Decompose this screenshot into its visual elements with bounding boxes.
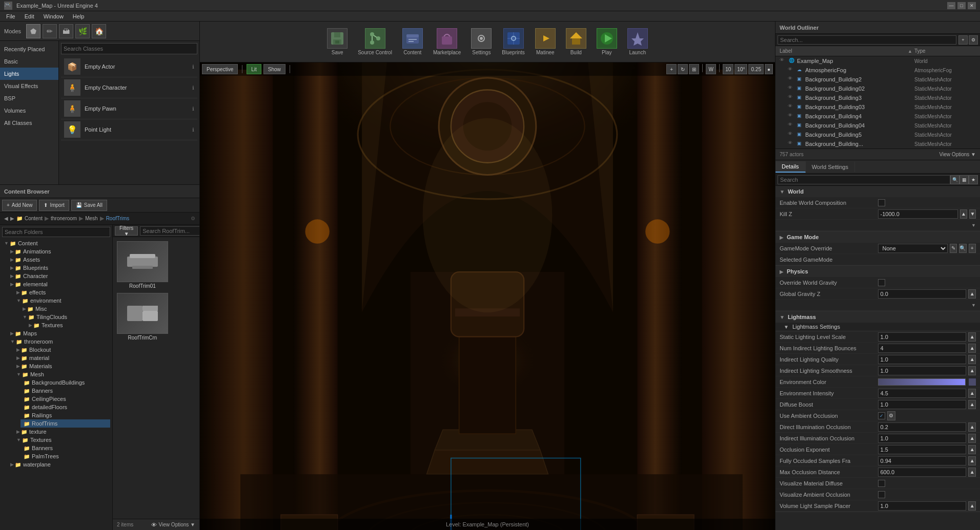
input-static-lighting-scale[interactable]: [878, 332, 967, 342]
vlsp-up-button[interactable]: ▲: [968, 501, 976, 511]
folder-banners[interactable]: 📁 Banners: [21, 387, 110, 395]
snap-icon[interactable]: 10: [723, 64, 733, 74]
ao-expand-button[interactable]: ⚙: [887, 411, 895, 420]
tab-details[interactable]: Details: [775, 161, 806, 173]
folder-content[interactable]: ▼ 📁 Content: [2, 239, 110, 247]
nib-up-button[interactable]: ▲: [968, 344, 976, 353]
category-all-classes[interactable]: All Classes: [0, 117, 58, 129]
folder-materials[interactable]: ▶ 📁 Materials: [14, 362, 110, 370]
content-tool-button[interactable]: Content: [398, 26, 427, 57]
angle-snap-icon[interactable]: 10°: [734, 64, 747, 74]
section-world-header[interactable]: ▼ World: [775, 186, 980, 197]
marketplace-tool-button[interactable]: Marketplace: [429, 26, 465, 57]
view-options-wo-button[interactable]: View Options ▼: [940, 152, 976, 157]
select-gamemode-override[interactable]: None: [878, 244, 948, 253]
import-button[interactable]: ⬆ Import: [39, 200, 69, 211]
wo-settings-button[interactable]: ⚙: [969, 35, 978, 45]
mode-geometry-button[interactable]: 🏠: [92, 24, 106, 38]
scale-icon[interactable]: ⊞: [689, 64, 699, 74]
input-volume-light-sample-placer[interactable]: [878, 501, 967, 511]
list-item-empty-character[interactable]: 🧍 Empty Character ℹ: [61, 77, 197, 98]
input-env-intensity[interactable]: [878, 389, 967, 398]
folder-assets[interactable]: ▶ 📁 Assets: [8, 256, 110, 264]
tab-world-settings[interactable]: World Settings: [806, 162, 855, 172]
rotate-icon[interactable]: ↻: [678, 64, 688, 74]
launch-tool-button[interactable]: Launch: [623, 26, 652, 57]
folder-animations[interactable]: ▶ 📁 Animations: [8, 247, 110, 256]
folder-railings[interactable]: 📁 Railings: [21, 411, 110, 419]
category-lights[interactable]: Lights: [0, 68, 58, 80]
checkbox-visualize-ambient-occlusion[interactable]: [878, 491, 885, 498]
gamemode-edit-button[interactable]: ✎: [950, 244, 957, 253]
minimize-button[interactable]: —: [947, 2, 955, 9]
path-rooftrims[interactable]: RoofTrims: [106, 216, 130, 221]
input-kill-z[interactable]: [878, 209, 958, 219]
translate-icon[interactable]: +: [666, 64, 677, 74]
details-grid-button[interactable]: ▦: [959, 175, 969, 184]
wo-item-atmofog[interactable]: 👁 ☁ AtmosphericFog AtmosphericFog: [784, 66, 980, 75]
folder-tilingclouds[interactable]: ▼ 📁 TilingClouds: [21, 313, 110, 321]
color-bar-env-color[interactable]: [878, 378, 966, 386]
iio-up-button[interactable]: ▲: [968, 434, 976, 443]
input-diffuse-boost[interactable]: [878, 400, 967, 409]
checkbox-override-gravity[interactable]: [878, 279, 885, 286]
wo-item-bg03[interactable]: 👁 ▣ Background_Building03 StaticMeshActo…: [784, 102, 980, 112]
filters-button[interactable]: Filters ▼: [115, 226, 138, 236]
folder-environment[interactable]: ▼ 📁 environment: [14, 296, 110, 305]
folder-detailedfloors[interactable]: 📁 detailedFloors: [21, 403, 110, 411]
menu-edit[interactable]: Edit: [21, 12, 38, 20]
world-outliner-search-input[interactable]: [778, 35, 956, 45]
checkbox-visualize-material-diffuse[interactable]: [878, 480, 885, 487]
save-all-button[interactable]: 💾 Save All: [71, 200, 107, 211]
ei-up-button[interactable]: ▲: [968, 389, 976, 398]
path-back-button[interactable]: ◀: [4, 216, 8, 221]
path-home-button[interactable]: 📁: [16, 216, 23, 221]
folder-palmtrees[interactable]: 📁 PalmTrees: [21, 452, 110, 460]
folder-effects[interactable]: ▶ 📁 effects: [14, 288, 110, 296]
is-up-button[interactable]: ▲: [968, 366, 976, 375]
folder-banners2[interactable]: 📁 Banners: [21, 444, 110, 452]
wo-item-bg02[interactable]: 👁 ▣ Background_Building02 StaticMeshActo…: [784, 84, 980, 93]
input-global-gravity-z[interactable]: [878, 289, 967, 299]
checkbox-enable-world-composition[interactable]: [878, 199, 885, 206]
camera-speed-icon[interactable]: ●: [765, 64, 773, 74]
wo-item-bg4[interactable]: 👁 ▣ Background_Building4 StaticMeshActor: [784, 112, 980, 121]
gravity-up-button[interactable]: ▲: [968, 289, 976, 299]
maximize-button[interactable]: □: [957, 2, 966, 9]
checkbox-use-ambient-occlusion[interactable]: ✓: [878, 412, 885, 419]
list-item-empty-actor[interactable]: 📦 Empty Actor ℹ: [61, 56, 197, 77]
source-control-tool-button[interactable]: Source Control: [354, 26, 396, 57]
world-icon[interactable]: W: [706, 64, 716, 74]
asset-search-input[interactable]: [140, 226, 199, 236]
wo-item-example-map[interactable]: 👁 🌐 Example_Map World: [775, 56, 980, 66]
color-expand-button[interactable]: [969, 378, 976, 386]
list-item-empty-pawn[interactable]: 🧍 Empty Pawn ℹ: [61, 98, 197, 119]
input-num-indirect-bounces[interactable]: [878, 344, 967, 353]
category-volumes[interactable]: Volumes: [0, 104, 58, 117]
show-button[interactable]: Show: [263, 64, 285, 74]
wo-add-button[interactable]: +: [958, 35, 968, 45]
path-mesh[interactable]: Mesh: [85, 216, 97, 221]
input-indirect-smoothness[interactable]: [878, 366, 967, 375]
lit-button[interactable]: Lit: [247, 64, 261, 74]
dio-up-button[interactable]: ▲: [968, 422, 976, 432]
details-search-input[interactable]: [778, 175, 950, 184]
gamemode-find-button[interactable]: 🔍: [959, 244, 967, 253]
folder-misc[interactable]: ▶ 📁 Misc: [21, 305, 110, 313]
category-visual-effects[interactable]: Visual Effects: [0, 80, 58, 92]
settings-tool-button[interactable]: Settings: [467, 26, 496, 57]
mode-landscape-button[interactable]: 🏔: [59, 24, 73, 38]
matinee-tool-button[interactable]: Matinee: [531, 26, 560, 57]
input-occlusion-exponent[interactable]: [878, 445, 967, 454]
folder-background-buildings[interactable]: 📁 BackgroundBuildings: [21, 378, 110, 387]
oe-up-button[interactable]: ▲: [968, 445, 976, 454]
input-max-occlusion-distance[interactable]: [878, 468, 967, 477]
fos-up-button[interactable]: ▲: [968, 456, 976, 465]
asset-rooftrim01[interactable]: RoofTrim01: [117, 241, 168, 289]
mode-place-button[interactable]: ⬟: [26, 24, 40, 38]
perspective-button[interactable]: Perspective: [202, 64, 238, 74]
wo-item-bg04[interactable]: 👁 ▣ Background_Building04 StaticMeshActo…: [784, 121, 980, 130]
input-fully-occluded-samples[interactable]: [878, 456, 967, 465]
path-throneroom[interactable]: throneroom: [51, 216, 77, 221]
folder-rooftrims[interactable]: 📁 RoofTrims: [21, 419, 110, 428]
